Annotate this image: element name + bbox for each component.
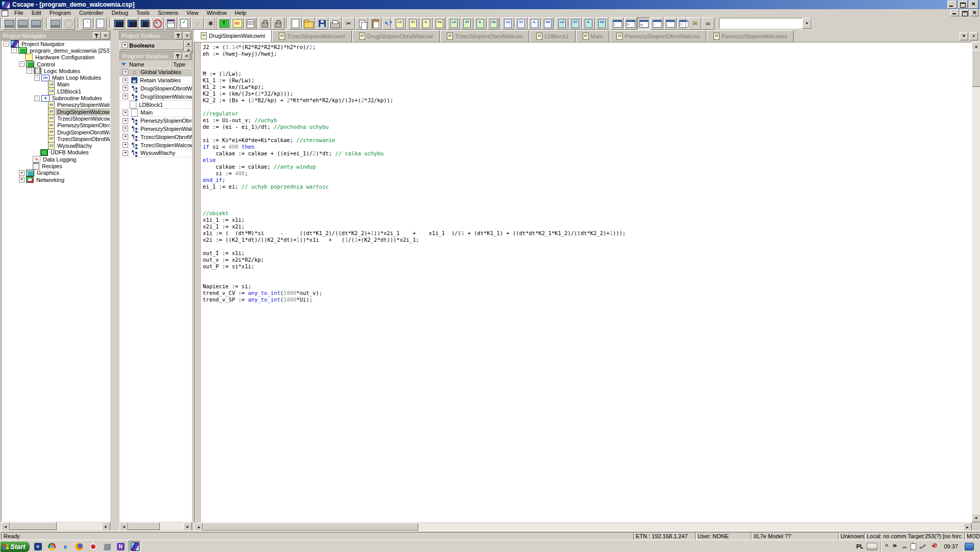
tab-DrugiStopienWalcowni[interactable]: STDrugiStopienWalcowni [194,30,272,42]
filter-icon[interactable] [121,63,126,66]
open-st-block-button[interactable]: ST [461,17,473,30]
scroll-right-icon[interactable]: ► [102,522,110,531]
export-il-block-button[interactable]: IL [582,17,595,30]
tree-item[interactable]: STPierwszyStopienWalcowni [2,102,110,108]
copy-button[interactable] [355,17,368,30]
app-utility-button[interactable] [101,541,112,551]
open-il-block-button[interactable]: IL [474,17,487,30]
expand-icon[interactable]: + [122,42,128,48]
variable-row[interactable]: +PierwszyStopienObrotV [119,117,192,125]
show-desktop-icon[interactable] [965,543,974,550]
scroll-thumb[interactable] [972,50,980,87]
tree-item[interactable]: STTrzeciStopienWalcowni [2,115,110,122]
view-navigator-button[interactable]: ≡ [611,17,624,30]
minimize-button[interactable] [947,1,957,9]
import-st-block-button[interactable]: ST [515,17,528,30]
io-map-button[interactable]: I/O [231,17,244,30]
status-monitor-button[interactable]: ◌ [191,17,204,30]
app-internet-explorer-button[interactable]: e [60,541,71,551]
tab-LDBlock1[interactable]: STLDBlock1 [530,30,575,42]
tree-item[interactable]: STDrugiStopienWalcowni [2,108,110,115]
expand-icon[interactable]: + [123,126,128,131]
tree-item[interactable]: +Networking [2,176,110,183]
tree-item[interactable]: +Graphics [2,170,110,176]
app-firefox-button[interactable] [74,541,85,551]
tree-item[interactable]: -HHMain Loop Modules [2,74,110,81]
close-icon[interactable]: ✕ [102,32,109,39]
cut-button[interactable]: ✂ [342,17,355,30]
scroll-thumb[interactable] [203,523,418,531]
menu-controller[interactable]: Controller [75,9,108,16]
navigator-hscrollbar[interactable]: ◄ ► [1,522,110,530]
find-button[interactable]: ∞ [702,17,714,30]
tree-item[interactable]: -Project Navigator [2,40,110,47]
expand-icon[interactable]: + [123,110,128,116]
run-mode-button[interactable] [112,17,125,30]
code-text[interactable]: J2 := (3.14*(R2*R2*R2*R2)*h2*ro)/2;eh :=… [201,42,972,522]
tab-PierwszyStopienWalcowni[interactable]: STPierwszyStopienWalcowni [707,30,794,42]
menu-tools[interactable]: Tools [132,9,154,16]
menu-view[interactable]: View [182,9,203,16]
expand-icon[interactable]: + [19,170,25,176]
tab-TrzeciStopienObrotWalcow[interactable]: STTrzeciStopienObrotWalcow [440,30,529,42]
view-variables-button[interactable]: ▤ [637,17,650,30]
text-tables-button[interactable]: T [218,17,230,30]
view-data-button[interactable]: ∷ [664,17,677,30]
scroll-thumb[interactable] [128,522,160,530]
scroll-up-icon[interactable]: ▲ [972,42,980,51]
app-cscape-button[interactable] [129,541,141,552]
screen-properties-button[interactable] [3,17,16,30]
flag-icon[interactable]: ⚑ [892,541,898,551]
column-header-type[interactable]: Type [172,60,192,68]
scroll-left-icon[interactable]: ◄ [119,522,128,531]
menu-debug[interactable]: Debug [108,9,132,16]
verify-program-button[interactable]: ✓ [178,17,190,30]
export-ld-block-button[interactable]: LD [556,17,568,30]
mdi-document-icon[interactable] [2,9,8,16]
app-media-player-button[interactable] [87,541,99,551]
print-button[interactable] [329,17,342,30]
variables-hscrollbar[interactable]: ◄ ► [119,522,192,530]
variable-row[interactable]: +DrugiStopienWalcowni [119,93,192,101]
grid-config-button[interactable] [16,17,29,30]
close-icon[interactable]: ✕ [183,32,191,39]
pin-icon[interactable] [174,53,182,60]
variable-row[interactable]: +PierwszyStopienWalcov [119,125,192,133]
scroll-right-icon[interactable]: ► [183,522,192,531]
variable-row[interactable]: +TrzeciStopienWalcowni [119,141,192,149]
variable-row[interactable]: +TrzeciStopienObrotWal [119,133,192,141]
expand-icon[interactable]: + [123,134,128,140]
variable-row[interactable]: LDBlock1 [119,101,192,109]
menu-edit[interactable]: Edit [28,9,45,16]
tab-list-dropdown-icon[interactable]: ▼ [960,32,968,40]
expand-icon[interactable]: + [123,70,128,75]
start-button[interactable]: Start [1,541,30,552]
expand-icon[interactable]: + [123,118,128,124]
tree-item[interactable]: -Logic Modules [2,67,110,74]
scroll-down-icon[interactable]: ▼ [972,514,980,522]
pin-icon[interactable] [93,32,101,39]
maximize-button[interactable] [958,1,968,9]
tab-Main[interactable]: STMain [576,30,610,42]
menu-help[interactable]: Help [231,9,251,16]
view-toolbox-button[interactable]: ⚒ [624,17,637,30]
expand-icon[interactable]: + [123,142,128,148]
tab-close-icon[interactable]: ✕ [969,32,978,40]
save-file-button[interactable] [316,17,328,30]
data-watch-button[interactable] [164,17,177,30]
app-onenote-button[interactable]: N [115,541,126,551]
view-target-dim-button[interactable] [62,17,75,30]
scroll-thumb[interactable] [10,522,57,530]
expand-icon[interactable]: + [123,78,128,83]
tree-item[interactable]: -Control [2,61,110,67]
expand-icon[interactable]: - [11,48,17,53]
taskbar-clock[interactable]: 09:37 [941,543,961,549]
tree-item[interactable]: UDFB Modules [2,149,110,156]
mdi-restore-button[interactable] [960,9,969,16]
variable-row[interactable]: +WysuwBlachy [119,149,192,157]
scroll-left-icon[interactable]: ◄ [1,522,10,531]
spin-up-icon[interactable]: ▲ [184,40,193,47]
tree-item[interactable]: ∿Data Logging [2,156,110,163]
tree-item[interactable]: Recipes [2,163,110,169]
panel-splitter[interactable] [111,30,118,531]
